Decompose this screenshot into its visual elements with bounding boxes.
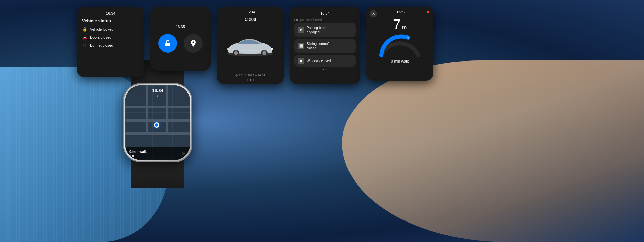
car-image <box>223 35 277 62</box>
card1-time: 16:34 <box>82 11 140 15</box>
nav-distance-number: 7 <box>393 17 401 32</box>
sunroof-text: Sliding sunroofclosed <box>307 42 329 50</box>
card2-time: 16:35 <box>155 25 206 29</box>
card3-dots <box>247 79 254 81</box>
card-vehicle-status: 16:34 Vehicle status 🔒 Vehicle locked 🚗 … <box>77 7 144 77</box>
map-road-h2 <box>125 119 190 122</box>
svg-point-7 <box>271 48 273 50</box>
status-item-parking: P Parking brakeengaged <box>294 23 356 37</box>
card-car: 16:34 C 200 <box>217 7 284 84</box>
watch-map: 16:34 ⊕ 0-min walk 7 m ➤ <box>125 85 190 160</box>
location-dot <box>154 122 159 128</box>
door-icon: 🚗 <box>82 35 87 40</box>
status-item-locked: 🔒 Vehicle locked <box>82 27 140 32</box>
status-bonnet-text: Bonnet closed <box>90 43 113 47</box>
bonnet-icon: ⬡ <box>82 43 87 48</box>
card1-title: Vehicle status <box>82 18 140 23</box>
card-actions: 16:35 <box>150 7 211 71</box>
watch-screen: 16:34 ⊕ 0-min walk 7 m ➤ <box>125 85 190 160</box>
card4-partial-text: compartment locked <box>294 18 356 22</box>
lock-action-btn[interactable] <box>158 34 177 53</box>
svg-point-1 <box>193 42 194 43</box>
map-road-h1 <box>125 106 190 108</box>
card4-dots <box>294 69 356 70</box>
status-doors-text: Doors closed <box>90 35 111 39</box>
card4-time: 16:34 <box>294 11 356 15</box>
watch-distance-label: 7 m <box>129 154 186 157</box>
locate-btn-icon <box>189 39 197 47</box>
alert-indicator <box>427 11 429 13</box>
parking-text: Parking brakeengaged <box>307 26 327 34</box>
car-image-area <box>220 25 280 72</box>
car-date: ◷ 20.11.2024 – 16:34 <box>235 74 265 77</box>
status-item-doors: 🚗 Doors closed <box>82 35 140 40</box>
dot-3 <box>253 79 254 81</box>
windows-icon: ▣ <box>298 58 304 64</box>
nav-close-btn[interactable]: ✕ <box>370 10 377 17</box>
sunroof-icon: ⬜ <box>298 43 304 49</box>
status-item-sunroof: ⬜ Sliding sunroofclosed <box>294 39 356 53</box>
compass-svg <box>378 34 422 57</box>
car-model-name: C 200 <box>245 17 256 22</box>
windows-text: Windows closed <box>307 59 331 63</box>
screens-row: 16:34 Vehicle status 🔒 Vehicle locked 🚗 … <box>77 7 624 84</box>
status-item-windows: ▣ Windows closed <box>294 55 356 67</box>
map-road-h3 <box>125 132 190 135</box>
card3-time: 16:34 <box>246 10 255 14</box>
parking-icon: P <box>298 27 304 33</box>
svg-point-11 <box>407 37 409 39</box>
svg-rect-0 <box>165 43 170 46</box>
status-locked-text: Vehicle locked <box>90 27 113 31</box>
watch-bottom-info: 0-min walk 7 m <box>125 147 190 160</box>
lock-icon: 🔒 <box>82 27 87 32</box>
svg-point-6 <box>262 51 266 55</box>
dot-2-active <box>250 79 251 81</box>
watch-time: 16:34 <box>125 88 190 93</box>
svg-point-8 <box>227 48 230 50</box>
card5-time: 16:35 <box>395 10 405 14</box>
smartwatch: 16:34 ⊕ 0-min walk 7 m ➤ <box>124 84 191 161</box>
nav-unit: m <box>402 25 407 31</box>
locate-action-btn[interactable] <box>184 34 203 53</box>
nav-walk-text: 0-min walk <box>391 59 409 63</box>
actions-row <box>158 34 203 53</box>
card-nav: ✕ 16:35 7 m 0-min walk <box>366 7 433 81</box>
watch-logo: ⊕ <box>157 95 159 97</box>
nav-distance-display: 7 m <box>393 17 407 32</box>
watch-band-bottom <box>131 160 184 188</box>
svg-point-4 <box>234 51 238 55</box>
watch-body: 16:34 ⊕ 0-min walk 7 m ➤ <box>124 84 191 161</box>
dot-1 <box>247 79 248 81</box>
card4-dot-1 <box>323 69 324 70</box>
nav-compass <box>378 34 422 57</box>
status-item-bonnet: ⬡ Bonnet closed <box>82 43 140 48</box>
watch-walk-label: 0-min walk <box>129 150 186 154</box>
lock-btn-icon <box>164 39 172 47</box>
card-more-status: 16:34 compartment locked P Parking brake… <box>290 7 360 84</box>
card4-dot-2 <box>326 69 327 70</box>
